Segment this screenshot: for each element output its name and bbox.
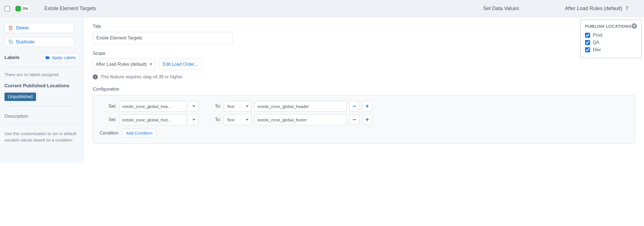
chevron-down-icon xyxy=(149,63,152,65)
row-select-checkbox[interactable] xyxy=(4,6,10,11)
variable-select[interactable]: extole_zone_global_hea... xyxy=(119,101,186,112)
trash-icon xyxy=(8,25,13,30)
published-status-badge: Unpublished xyxy=(4,93,36,101)
labels-heading: Labels xyxy=(4,55,20,60)
toggle-state-label: ON xyxy=(23,7,28,11)
copy-icon xyxy=(8,39,13,44)
folder-icon xyxy=(45,55,50,60)
configuration-panel: Set: extole_zone_global_hea... To: Text … xyxy=(93,95,635,143)
duplicate-label: Duplicate xyxy=(16,39,35,44)
publish-checkbox-dev[interactable] xyxy=(585,47,590,52)
svg-rect-0 xyxy=(10,41,12,44)
status-toggle[interactable]: ON xyxy=(13,5,30,13)
labels-empty-message: There are no labels assigned xyxy=(4,72,79,77)
row-action: Set Data Values xyxy=(483,6,519,11)
divider xyxy=(4,124,79,124)
edit-load-order-button[interactable]: Edit Load Order... xyxy=(159,59,202,70)
scope-select[interactable]: After Load Rules (default) xyxy=(93,59,155,70)
type-select-value: Text xyxy=(227,104,235,109)
minus-icon: − xyxy=(353,103,356,110)
divider xyxy=(4,67,79,67)
condition-label: Condition xyxy=(100,131,119,136)
chevron-down-icon xyxy=(246,119,249,121)
scope-field-label: Scope xyxy=(93,51,635,56)
publish-option-label: Dev xyxy=(593,47,601,52)
publish-option[interactable]: QA xyxy=(585,40,637,45)
description-text: Use this customization to set or default… xyxy=(4,130,79,143)
publish-locations-title: PUBLISH LOCATIONS xyxy=(585,24,631,29)
main-panel: Title Scope After Load Rules (default) E… xyxy=(84,17,644,163)
add-row-button[interactable]: + xyxy=(362,115,372,125)
duplicate-button[interactable]: Duplicate xyxy=(4,37,74,47)
to-label: To: xyxy=(210,117,221,122)
remove-row-button[interactable]: − xyxy=(349,115,359,125)
chevron-down-icon xyxy=(246,105,249,107)
apply-labels-label: Apply Labels xyxy=(52,55,76,60)
type-select[interactable]: Text xyxy=(224,101,252,112)
config-row: Set: extole_zone_global_foot... To: Text… xyxy=(100,114,628,125)
description-heading: Description xyxy=(4,114,79,119)
caret-down-icon xyxy=(192,119,195,121)
info-icon: i xyxy=(93,74,98,79)
publish-checkbox-qa[interactable] xyxy=(585,40,590,45)
value-input[interactable] xyxy=(254,101,347,112)
info-message: i This feature requires utag v4.38 or hi… xyxy=(93,74,635,79)
variable-dropdown-button[interactable] xyxy=(189,101,199,112)
publish-option-label: Prod xyxy=(593,33,602,38)
delete-button[interactable]: Delete xyxy=(4,23,74,33)
row-number: 7 xyxy=(626,6,628,11)
list-row-header: ON Extole Element Targets Set Data Value… xyxy=(0,0,644,17)
publish-option[interactable]: Prod xyxy=(585,33,637,38)
title-field-label: Title xyxy=(93,24,635,29)
publish-option[interactable]: Dev xyxy=(585,47,637,52)
scope-select-value: After Load Rules (default) xyxy=(96,62,147,67)
published-locations-heading: Current Published Locations xyxy=(4,83,79,89)
toggle-knob-icon xyxy=(15,6,21,11)
type-select-value: Text xyxy=(227,117,235,122)
info-text: This feature requires utag v4.38 or high… xyxy=(101,74,183,79)
plus-icon: + xyxy=(366,116,369,123)
value-input[interactable] xyxy=(254,114,347,125)
variable-dropdown-button[interactable] xyxy=(189,114,199,125)
minus-icon: − xyxy=(353,116,356,123)
set-label: Set: xyxy=(100,117,116,122)
set-label: Set: xyxy=(100,104,116,109)
publish-option-label: QA xyxy=(593,40,599,45)
remove-row-button[interactable]: − xyxy=(349,101,359,111)
apply-labels-button[interactable]: Apply Labels xyxy=(42,53,79,62)
title-input[interactable] xyxy=(93,32,232,44)
to-label: To: xyxy=(210,104,221,109)
sidebar: Delete Duplicate Labels Apply Labels The… xyxy=(0,17,84,163)
row-title: Extole Element Targets xyxy=(44,6,96,11)
row-scope: After Load Rules (default) xyxy=(565,6,622,11)
publish-locations-panel: PUBLISH LOCATIONS ? Prod QA Dev xyxy=(580,20,642,58)
configuration-heading: Configuration xyxy=(93,87,635,92)
variable-select[interactable]: extole_zone_global_foot... xyxy=(119,114,186,125)
add-row-button[interactable]: + xyxy=(362,101,372,111)
help-icon[interactable]: ? xyxy=(631,23,637,29)
type-select[interactable]: Text xyxy=(224,114,252,125)
add-condition-button[interactable]: Add Condition xyxy=(123,128,156,138)
caret-down-icon xyxy=(192,105,195,107)
divider xyxy=(4,106,79,106)
publish-checkbox-prod[interactable] xyxy=(585,33,590,38)
delete-label: Delete xyxy=(16,25,29,30)
plus-icon: + xyxy=(366,103,369,110)
config-row: Set: extole_zone_global_hea... To: Text … xyxy=(100,101,628,112)
